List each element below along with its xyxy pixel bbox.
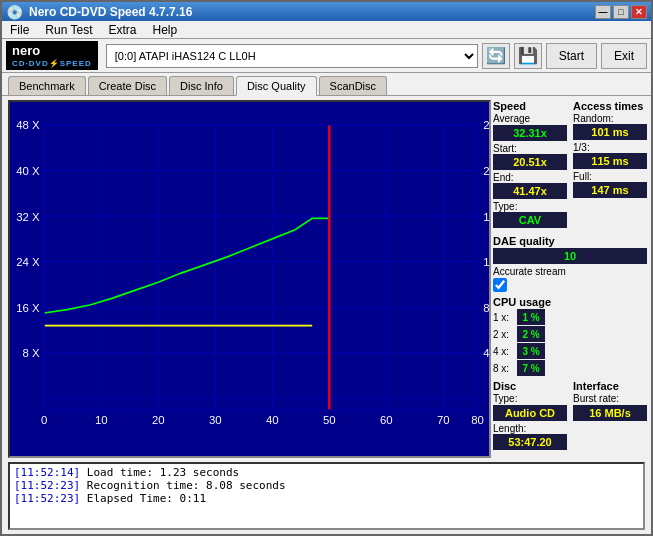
log-time-3: [11:52:23] — [14, 492, 80, 505]
svg-rect-38 — [44, 125, 477, 410]
dae-row: DAE quality 10 Accurate stream — [493, 235, 647, 292]
log-text-2: Recognition time: 8.08 seconds — [87, 479, 286, 492]
full-label: Full: — [573, 171, 647, 182]
nero-logo-sub: CD·DVD⚡SPEED — [12, 59, 92, 69]
cpu-4x-value: 3 % — [517, 343, 545, 359]
log-time-2: [11:52:23] — [14, 479, 80, 492]
cpu-1x-row: 1 x: 1 % — [493, 309, 545, 325]
svg-text:80: 80 — [471, 414, 484, 426]
svg-text:70: 70 — [437, 414, 450, 426]
log-text-1: Load time: 1.23 seconds — [87, 466, 239, 479]
burst-rate-label: Burst rate: — [573, 393, 647, 404]
disc-col: Disc Type: Audio CD Length: 53:47.20 — [493, 380, 567, 450]
svg-text:32 X: 32 X — [16, 211, 40, 223]
svg-text:20: 20 — [483, 165, 491, 177]
right-panel: Speed Average 32.31x Start: 20.51x End: … — [491, 96, 651, 462]
svg-text:20: 20 — [152, 414, 165, 426]
cpu-2x-value: 2 % — [517, 326, 545, 342]
cpu-2x-row: 2 x: 2 % — [493, 326, 545, 342]
cpu-1x-value: 1 % — [517, 309, 545, 325]
content-area: 48 X 40 X 32 X 24 X 16 X 8 X 24 20 16 12… — [2, 96, 651, 534]
cpu-rows: 1 x: 1 % 2 x: 2 % 4 x: 3 % — [493, 309, 647, 376]
tab-benchmark[interactable]: Benchmark — [8, 76, 86, 95]
random-label: Random: — [573, 113, 647, 124]
svg-text:0: 0 — [41, 414, 47, 426]
title-bar: 💿 Nero CD-DVD Speed 4.7.7.16 — □ ✕ — [2, 2, 651, 21]
svg-text:50: 50 — [323, 414, 336, 426]
tab-disc-info[interactable]: Disc Info — [169, 76, 234, 95]
start-button[interactable]: Start — [546, 43, 597, 69]
log-text-3: Elapsed Time: 0:11 — [87, 492, 206, 505]
interface-label: Interface — [573, 380, 647, 392]
access-col: Access times Random: 101 ms 1/3: 115 ms … — [573, 100, 647, 228]
svg-text:12: 12 — [483, 257, 491, 269]
window-title: Nero CD-DVD Speed 4.7.7.16 — [29, 5, 192, 19]
cpu-label: CPU usage — [493, 296, 647, 308]
end-label: End: — [493, 172, 567, 183]
chart-svg: 48 X 40 X 32 X 24 X 16 X 8 X 24 20 16 12… — [8, 100, 491, 458]
log-line-3: [11:52:23] Elapsed Time: 0:11 — [14, 492, 639, 505]
onethird-value: 115 ms — [573, 153, 647, 169]
full-value: 147 ms — [573, 182, 647, 198]
save-button[interactable]: 💾 — [514, 43, 542, 69]
random-value: 101 ms — [573, 124, 647, 140]
accurate-stream-label: Accurate stream — [493, 266, 647, 277]
speed-access-row: Speed Average 32.31x Start: 20.51x End: … — [493, 100, 647, 228]
speed-col: Speed Average 32.31x Start: 20.51x End: … — [493, 100, 567, 228]
tab-create-disc[interactable]: Create Disc — [88, 76, 167, 95]
close-button[interactable]: ✕ — [631, 5, 647, 19]
svg-text:4: 4 — [483, 348, 489, 360]
app-window: 💿 Nero CD-DVD Speed 4.7.7.16 — □ ✕ File … — [0, 0, 653, 536]
log-line-2: [11:52:23] Recognition time: 8.08 second… — [14, 479, 639, 492]
dae-value: 10 — [493, 248, 647, 264]
drive-selector[interactable]: [0:0] ATAPI iHAS124 C LL0H — [106, 44, 478, 68]
disc-type-value: Audio CD — [493, 405, 567, 421]
svg-text:8 X: 8 X — [23, 348, 40, 360]
svg-text:10: 10 — [95, 414, 108, 426]
tab-disc-quality[interactable]: Disc Quality — [236, 76, 317, 96]
accurate-stream-checkbox[interactable] — [493, 278, 507, 292]
svg-text:40: 40 — [266, 414, 279, 426]
nero-logo: nero CD·DVD⚡SPEED — [6, 41, 98, 70]
cpu-8x-row: 8 x: 7 % — [493, 360, 545, 376]
menu-file[interactable]: File — [6, 22, 33, 38]
cpu-8x-value: 7 % — [517, 360, 545, 376]
log-time-1: [11:52:14] — [14, 466, 80, 479]
maximize-button[interactable]: □ — [613, 5, 629, 19]
svg-text:48 X: 48 X — [16, 120, 40, 132]
cpu-4x-label: 4 x: — [493, 346, 515, 357]
tabs-bar: Benchmark Create Disc Disc Info Disc Qua… — [2, 73, 651, 96]
disc-length-label: Length: — [493, 423, 567, 434]
cpu-4x-row: 4 x: 3 % — [493, 343, 545, 359]
disc-label: Disc — [493, 380, 567, 392]
burst-rate-value: 16 MB/s — [573, 405, 647, 421]
toolbar: nero CD·DVD⚡SPEED [0:0] ATAPI iHAS124 C … — [2, 39, 651, 73]
log-line-1: [11:52:14] Load time: 1.23 seconds — [14, 466, 639, 479]
disc-interface-row: Disc Type: Audio CD Length: 53:47.20 Int… — [493, 380, 647, 450]
menu-extra[interactable]: Extra — [104, 22, 140, 38]
cpu-section: CPU usage 1 x: 1 % 2 x: 2 % — [493, 296, 647, 376]
average-label: Average — [493, 113, 567, 124]
tab-scan-disc[interactable]: ScanDisc — [319, 76, 387, 95]
type-value: CAV — [493, 212, 567, 228]
svg-text:8: 8 — [483, 302, 489, 314]
cpu-8x-label: 8 x: — [493, 363, 515, 374]
access-times-label: Access times — [573, 100, 647, 112]
onethird-label: 1/3: — [573, 142, 647, 153]
svg-text:24 X: 24 X — [16, 257, 40, 269]
average-value: 32.31x — [493, 125, 567, 141]
start-value: 20.51x — [493, 154, 567, 170]
disc-type-label: Type: — [493, 393, 567, 404]
refresh-button[interactable]: 🔄 — [482, 43, 510, 69]
menu-run-test[interactable]: Run Test — [41, 22, 96, 38]
start-label: Start: — [493, 143, 567, 154]
svg-text:16 X: 16 X — [16, 302, 40, 314]
minimize-button[interactable]: — — [595, 5, 611, 19]
type-label: Type: — [493, 201, 567, 212]
exit-button[interactable]: Exit — [601, 43, 647, 69]
log-area[interactable]: [11:52:14] Load time: 1.23 seconds [11:5… — [8, 462, 645, 530]
svg-text:40 X: 40 X — [16, 165, 40, 177]
svg-text:60: 60 — [380, 414, 393, 426]
cpu-1x-label: 1 x: — [493, 312, 515, 323]
menu-help[interactable]: Help — [149, 22, 182, 38]
